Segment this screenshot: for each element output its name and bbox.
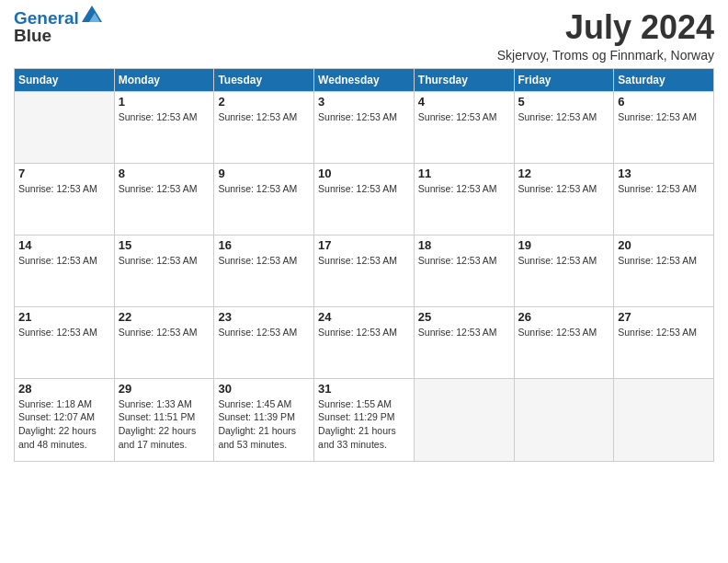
col-sunday: Sunday	[15, 68, 115, 91]
day-info: Sunrise: 12:53 AM	[618, 182, 710, 196]
header: General Blue July 2024 Skjervoy, Troms o…	[14, 9, 714, 63]
calendar-cell: 21Sunrise: 12:53 AM	[15, 306, 115, 378]
day-number: 23	[218, 310, 310, 324]
day-number: 24	[318, 310, 410, 324]
calendar-cell: 14Sunrise: 12:53 AM	[15, 235, 115, 306]
calendar-cell: 22Sunrise: 12:53 AM	[114, 306, 214, 378]
day-info: Sunrise: 12:53 AM	[119, 326, 210, 339]
day-info: Sunrise: 12:53 AM	[618, 326, 710, 339]
day-number: 26	[518, 310, 610, 324]
day-info: Sunrise: 12:53 AM	[318, 110, 410, 124]
day-number: 25	[418, 310, 510, 324]
day-info: Sunrise: 12:53 AM	[18, 182, 110, 196]
month-title: July 2024	[497, 9, 714, 46]
day-number: 1	[119, 95, 210, 109]
day-number: 10	[318, 167, 410, 180]
calendar-cell: 20Sunrise: 12:53 AM	[614, 235, 714, 306]
day-number: 14	[18, 238, 110, 252]
calendar-cell: 10Sunrise: 12:53 AM	[314, 163, 415, 235]
day-info: Sunrise: 12:53 AM	[318, 326, 410, 339]
day-number: 21	[18, 310, 110, 324]
day-number: 17	[318, 238, 410, 252]
day-number: 7	[18, 167, 110, 180]
day-number: 11	[418, 167, 510, 180]
day-number: 29	[119, 382, 210, 396]
day-number: 6	[618, 95, 710, 109]
col-thursday: Thursday	[414, 68, 514, 91]
calendar-cell	[414, 378, 514, 461]
day-info: Sunrise: 1:55 AM Sunset: 11:29 PM Daylig…	[318, 397, 410, 452]
day-info: Sunrise: 12:53 AM	[119, 182, 210, 196]
location-title: Skjervoy, Troms og Finnmark, Norway	[497, 48, 714, 63]
col-friday: Friday	[514, 68, 614, 91]
day-info: Sunrise: 1:45 AM Sunset: 11:39 PM Daylig…	[218, 397, 310, 452]
day-number: 22	[119, 310, 210, 324]
day-info: Sunrise: 12:53 AM	[119, 110, 210, 124]
col-monday: Monday	[114, 68, 214, 91]
day-number: 2	[218, 95, 310, 109]
day-info: Sunrise: 12:53 AM	[518, 254, 610, 268]
calendar-cell: 23Sunrise: 12:53 AM	[214, 306, 314, 378]
calendar-cell: 13Sunrise: 12:53 AM	[614, 163, 714, 235]
day-info: Sunrise: 12:53 AM	[418, 254, 510, 268]
day-info: Sunrise: 12:53 AM	[418, 110, 510, 124]
day-number: 4	[418, 95, 510, 109]
day-number: 8	[119, 167, 210, 180]
day-info: Sunrise: 12:53 AM	[119, 254, 210, 268]
calendar-cell: 31Sunrise: 1:55 AM Sunset: 11:29 PM Dayl…	[314, 378, 415, 461]
day-info: Sunrise: 12:53 AM	[518, 326, 610, 339]
logo-icon	[82, 6, 102, 24]
calendar-cell: 5Sunrise: 12:53 AM	[514, 91, 614, 163]
calendar-cell: 15Sunrise: 12:53 AM	[114, 235, 214, 306]
col-tuesday: Tuesday	[214, 68, 314, 91]
calendar-cell: 3Sunrise: 12:53 AM	[314, 91, 415, 163]
day-info: Sunrise: 12:53 AM	[518, 110, 610, 124]
day-info: Sunrise: 12:53 AM	[218, 182, 310, 196]
calendar-cell: 25Sunrise: 12:53 AM	[414, 306, 514, 378]
day-info: Sunrise: 12:53 AM	[18, 254, 110, 268]
calendar-header-row: Sunday Monday Tuesday Wednesday Thursday…	[15, 68, 714, 91]
day-info: Sunrise: 12:53 AM	[18, 326, 110, 339]
day-info: Sunrise: 12:53 AM	[218, 254, 310, 268]
calendar-table: Sunday Monday Tuesday Wednesday Thursday…	[14, 68, 714, 462]
day-info: Sunrise: 12:53 AM	[618, 110, 710, 124]
day-number: 3	[318, 95, 410, 109]
calendar-cell: 6Sunrise: 12:53 AM	[614, 91, 714, 163]
day-info: Sunrise: 12:53 AM	[618, 254, 710, 268]
day-number: 31	[318, 382, 410, 396]
logo-blue: Blue	[14, 27, 102, 46]
day-info: Sunrise: 12:53 AM	[218, 110, 310, 124]
day-info: Sunrise: 12:53 AM	[418, 326, 510, 339]
calendar-cell: 27Sunrise: 12:53 AM	[614, 306, 714, 378]
title-block: July 2024 Skjervoy, Troms og Finnmark, N…	[497, 9, 714, 63]
calendar-cell	[514, 378, 614, 461]
day-number: 9	[218, 167, 310, 180]
day-number: 28	[18, 382, 110, 396]
day-info: Sunrise: 1:18 AM Sunset: 12:07 AM Daylig…	[18, 397, 110, 452]
day-info: Sunrise: 1:33 AM Sunset: 11:51 PM Daylig…	[119, 397, 210, 452]
calendar-cell: 2Sunrise: 12:53 AM	[214, 91, 314, 163]
day-number: 15	[119, 238, 210, 252]
day-info: Sunrise: 12:53 AM	[318, 254, 410, 268]
day-number: 20	[618, 238, 710, 252]
calendar-cell: 4Sunrise: 12:53 AM	[414, 91, 514, 163]
day-number: 30	[218, 382, 310, 396]
calendar-cell: 24Sunrise: 12:53 AM	[314, 306, 415, 378]
calendar-cell: 11Sunrise: 12:53 AM	[414, 163, 514, 235]
day-number: 16	[218, 238, 310, 252]
calendar-cell: 16Sunrise: 12:53 AM	[214, 235, 314, 306]
calendar-cell: 28Sunrise: 1:18 AM Sunset: 12:07 AM Dayl…	[15, 378, 115, 461]
calendar-cell	[614, 378, 714, 461]
day-info: Sunrise: 12:53 AM	[418, 182, 510, 196]
logo: General Blue	[14, 9, 102, 46]
day-info: Sunrise: 12:53 AM	[318, 182, 410, 196]
calendar-cell: 19Sunrise: 12:53 AM	[514, 235, 614, 306]
day-info: Sunrise: 12:53 AM	[518, 182, 610, 196]
calendar-cell: 12Sunrise: 12:53 AM	[514, 163, 614, 235]
day-number: 12	[518, 167, 610, 180]
calendar-cell: 9Sunrise: 12:53 AM	[214, 163, 314, 235]
calendar-cell: 29Sunrise: 1:33 AM Sunset: 11:51 PM Dayl…	[114, 378, 214, 461]
page: General Blue July 2024 Skjervoy, Troms o…	[0, 0, 728, 563]
calendar-cell: 26Sunrise: 12:53 AM	[514, 306, 614, 378]
calendar-cell: 7Sunrise: 12:53 AM	[15, 163, 115, 235]
